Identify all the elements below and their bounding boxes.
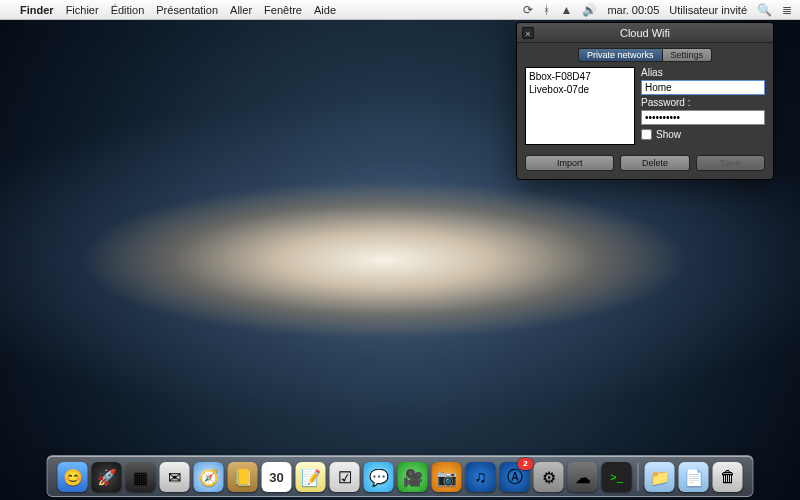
dock-system-preferences[interactable]: ⚙︎ bbox=[534, 462, 564, 492]
notes-icon: 📝 bbox=[301, 468, 321, 487]
save-button[interactable]: Save bbox=[696, 155, 765, 171]
trash-icon: 🗑 bbox=[720, 468, 736, 486]
messages-icon: 💬 bbox=[369, 468, 389, 487]
finder-icon: 😊 bbox=[63, 468, 83, 487]
folder-icon: 📄 bbox=[684, 468, 704, 487]
dock-documents-folder[interactable]: 📄 bbox=[679, 462, 709, 492]
menubar-clock[interactable]: mar. 00:05 bbox=[607, 4, 659, 16]
terminal-icon: >_ bbox=[610, 471, 623, 483]
show-password-checkbox[interactable] bbox=[641, 129, 652, 140]
dock-calendar[interactable]: 30 bbox=[262, 462, 292, 492]
dock-reminders[interactable]: ☑︎ bbox=[330, 462, 360, 492]
tab-private-networks[interactable]: Private networks bbox=[578, 48, 663, 62]
window-titlebar[interactable]: × Cloud Wifi bbox=[517, 23, 773, 43]
dock-mission-control[interactable]: ▦ bbox=[126, 462, 156, 492]
safari-icon: 🧭 bbox=[199, 468, 219, 487]
mission-control-icon: ▦ bbox=[133, 468, 148, 487]
dock-finder[interactable]: 😊 bbox=[58, 462, 88, 492]
dock-cloud-wifi[interactable]: ☁︎ bbox=[568, 462, 598, 492]
dock-facetime[interactable]: 🎥 bbox=[398, 462, 428, 492]
dock: 😊 🚀 ▦ ✉︎ 🧭 📒 30 📝 ☑︎ 💬 🎥 📷 ♫ Ⓐ ⚙︎ ☁︎ >_ … bbox=[47, 455, 754, 497]
network-item[interactable]: Livebox-07de bbox=[529, 83, 631, 96]
close-button[interactable]: × bbox=[522, 27, 534, 39]
alias-label: Alias bbox=[641, 67, 765, 78]
dock-launchpad[interactable]: 🚀 bbox=[92, 462, 122, 492]
dock-separator bbox=[638, 463, 639, 491]
network-list[interactable]: Bbox-F08D47 Livebox-07de bbox=[525, 67, 635, 145]
spotlight-icon[interactable]: 🔍 bbox=[757, 3, 772, 17]
menu-help[interactable]: Aide bbox=[314, 4, 336, 16]
password-input[interactable] bbox=[641, 110, 765, 125]
dock-itunes[interactable]: ♫ bbox=[466, 462, 496, 492]
delete-button[interactable]: Delete bbox=[620, 155, 689, 171]
itunes-icon: ♫ bbox=[475, 468, 487, 486]
launchpad-icon: 🚀 bbox=[97, 468, 117, 487]
network-item[interactable]: Bbox-F08D47 bbox=[529, 70, 631, 83]
dock-trash[interactable]: 🗑 bbox=[713, 462, 743, 492]
mail-icon: ✉︎ bbox=[168, 468, 181, 487]
status-sync-icon[interactable]: ⟳ bbox=[523, 3, 533, 17]
menu-file[interactable]: Fichier bbox=[66, 4, 99, 16]
password-label: Password : bbox=[641, 97, 765, 108]
facetime-icon: 🎥 bbox=[403, 468, 423, 487]
cloud-wifi-window: × Cloud Wifi Private networks Settings B… bbox=[516, 22, 774, 180]
status-bluetooth-icon[interactable]: ᚼ bbox=[543, 3, 550, 17]
calendar-day: 30 bbox=[269, 470, 283, 485]
menubar: Finder Fichier Édition Présentation Alle… bbox=[0, 0, 800, 20]
status-wifi-icon[interactable]: ▲ bbox=[560, 3, 572, 17]
contacts-icon: 📒 bbox=[233, 468, 253, 487]
menu-go[interactable]: Aller bbox=[230, 4, 252, 16]
menu-view[interactable]: Présentation bbox=[156, 4, 218, 16]
dock-contacts[interactable]: 📒 bbox=[228, 462, 258, 492]
cloud-icon: ☁︎ bbox=[575, 468, 591, 487]
dock-terminal[interactable]: >_ bbox=[602, 462, 632, 492]
dock-messages[interactable]: 💬 bbox=[364, 462, 394, 492]
menubar-user[interactable]: Utilisateur invité bbox=[669, 4, 747, 16]
menu-window[interactable]: Fenêtre bbox=[264, 4, 302, 16]
import-button[interactable]: Import bbox=[525, 155, 614, 171]
photo-booth-icon: 📷 bbox=[437, 468, 457, 487]
dock-safari[interactable]: 🧭 bbox=[194, 462, 224, 492]
dock-app-store[interactable]: Ⓐ bbox=[500, 462, 530, 492]
tab-bar: Private networks Settings bbox=[517, 43, 773, 65]
app-store-icon: Ⓐ bbox=[507, 467, 523, 488]
folder-icon: 📁 bbox=[650, 468, 670, 487]
tab-settings[interactable]: Settings bbox=[663, 48, 713, 62]
notification-center-icon[interactable]: ≣ bbox=[782, 3, 792, 17]
gear-icon: ⚙︎ bbox=[542, 468, 556, 487]
show-password-label: Show bbox=[656, 129, 681, 140]
menu-edit[interactable]: Édition bbox=[111, 4, 145, 16]
app-name[interactable]: Finder bbox=[20, 4, 54, 16]
window-title: Cloud Wifi bbox=[620, 27, 670, 39]
dock-downloads-folder[interactable]: 📁 bbox=[645, 462, 675, 492]
dock-mail[interactable]: ✉︎ bbox=[160, 462, 190, 492]
reminders-icon: ☑︎ bbox=[338, 468, 352, 487]
alias-input[interactable] bbox=[641, 80, 765, 95]
dock-photo-booth[interactable]: 📷 bbox=[432, 462, 462, 492]
dock-notes[interactable]: 📝 bbox=[296, 462, 326, 492]
status-volume-icon[interactable]: 🔊 bbox=[582, 3, 597, 17]
